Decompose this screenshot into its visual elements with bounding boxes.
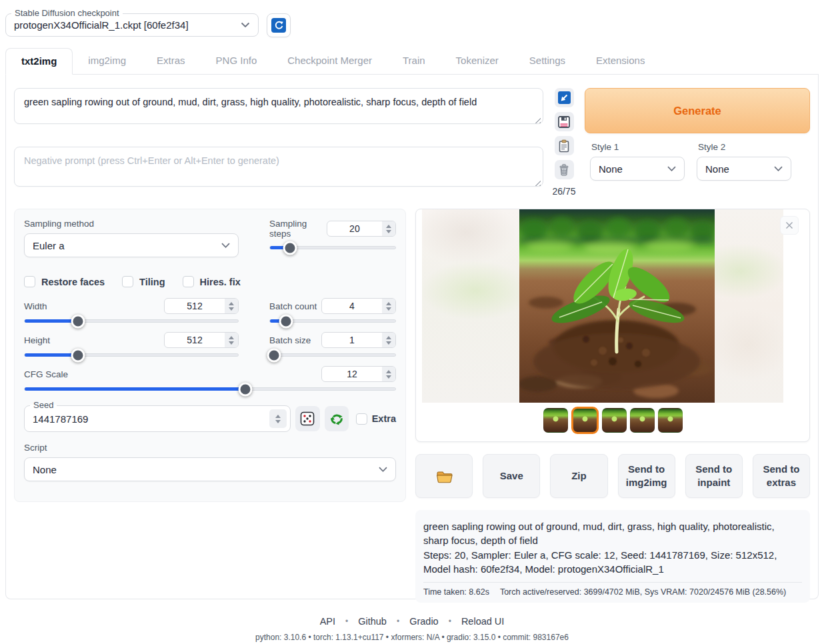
cfg-scale-label: CFG Scale <box>24 369 68 379</box>
height-input[interactable]: 512 <box>164 332 239 348</box>
close-gallery-button[interactable] <box>780 216 799 235</box>
script-dropdown[interactable]: None <box>24 457 396 481</box>
stepper-arrows[interactable] <box>225 333 238 347</box>
generate-button[interactable]: Generate <box>585 88 810 133</box>
seed-input[interactable]: Seed 1441787169 <box>24 405 291 432</box>
slider-knob[interactable] <box>71 314 85 328</box>
stepper-arrows[interactable] <box>269 409 287 428</box>
tiling-label: Tiling <box>139 277 165 287</box>
gallery-thumbnail-3[interactable] <box>602 408 627 433</box>
slider-knob[interactable] <box>267 348 281 362</box>
gallery-blur-right <box>705 209 783 403</box>
gallery-thumbnail-4[interactable] <box>630 408 655 433</box>
clear-prompt-button[interactable] <box>555 160 574 179</box>
slider-knob[interactable] <box>279 314 293 328</box>
time-taken-text: Time taken: 8.62s <box>423 587 489 597</box>
info-params-text: Steps: 20, Sampler: Euler a, CFG scale: … <box>423 548 802 577</box>
reuse-seed-button[interactable] <box>325 406 349 431</box>
footer-separator: • <box>397 617 399 626</box>
tab-img2img[interactable]: img2img <box>73 48 141 74</box>
save-style-button[interactable] <box>555 112 574 131</box>
height-slider[interactable] <box>24 353 239 357</box>
style1-value: None <box>599 163 623 175</box>
batch-count-slider[interactable] <box>269 319 396 323</box>
negative-prompt-input[interactable] <box>14 147 543 187</box>
tab-extras[interactable]: Extras <box>141 48 201 74</box>
send-to-inpaint-button[interactable]: Send to inpaint <box>685 454 743 498</box>
zip-button[interactable]: Zip <box>550 454 607 498</box>
style1-dropdown[interactable]: None <box>590 157 685 181</box>
hires-fix-checkbox[interactable] <box>183 276 194 287</box>
recycle-icon <box>329 411 344 426</box>
sampling-steps-input[interactable]: 20 <box>327 221 396 237</box>
random-seed-button[interactable] <box>295 406 320 431</box>
cfg-scale-slider[interactable] <box>24 387 396 391</box>
footer-link-reload-ui[interactable]: Reload UI <box>461 616 504 627</box>
footer-separator: • <box>345 617 348 626</box>
footer-link-github[interactable]: Github <box>358 616 387 627</box>
restore-faces-checkbox[interactable] <box>24 276 35 287</box>
restore-faces-label: Restore faces <box>41 277 105 287</box>
checkpoint-dropdown[interactable]: Stable Diffusion checkpoint protogenX34O… <box>5 13 259 37</box>
tiling-checkbox[interactable] <box>122 276 133 287</box>
batch-size-slider[interactable] <box>269 353 396 357</box>
generated-image[interactable] <box>519 209 715 403</box>
stepper-arrows[interactable] <box>382 333 395 347</box>
tab-png-info[interactable]: PNG Info <box>201 48 273 74</box>
generation-params-panel: Sampling method Euler a Sampling steps 2… <box>14 209 406 502</box>
token-counter: 26/75 <box>552 186 575 197</box>
footer-link-api[interactable]: API <box>320 616 335 627</box>
height-label: Height <box>24 335 50 345</box>
tab-extensions[interactable]: Extensions <box>581 48 660 74</box>
gallery-thumbnail-1[interactable] <box>543 408 568 433</box>
hires-fix-label: Hires. fix <box>200 277 241 287</box>
batch-size-input[interactable]: 1 <box>321 332 396 348</box>
chevron-down-icon <box>667 166 676 171</box>
tab-settings[interactable]: Settings <box>514 48 581 74</box>
prompt-input[interactable]: green sapling rowing out of ground, mud,… <box>14 88 543 124</box>
slider-knob[interactable] <box>238 382 252 396</box>
send-to-extras-button[interactable]: Send to extras <box>753 454 810 498</box>
style2-dropdown[interactable]: None <box>697 157 791 181</box>
tab-checkpoint-merger[interactable]: Checkpoint Merger <box>272 48 387 74</box>
chevron-down-icon <box>241 22 250 28</box>
sampling-method-dropdown[interactable]: Euler a <box>24 233 239 257</box>
sampling-method-value: Euler a <box>33 240 65 251</box>
slider-knob[interactable] <box>283 241 297 255</box>
refresh-checkpoint-button[interactable] <box>267 13 291 37</box>
stepper-arrows[interactable] <box>382 367 395 381</box>
info-prompt-text: green sapling rowing out of ground, mud,… <box>423 519 802 548</box>
generation-info-panel: green sapling rowing out of ground, mud,… <box>415 510 810 603</box>
checkpoint-value: protogenX34OfficialR_1.ckpt [60fe2f34] <box>14 19 189 31</box>
tab-txt2img[interactable]: txt2img <box>5 48 73 75</box>
cfg-scale-input[interactable]: 12 <box>321 366 396 382</box>
gallery-thumbnail-2-selected[interactable] <box>571 407 599 434</box>
width-input[interactable]: 512 <box>164 298 239 314</box>
batch-size-label: Batch size <box>269 335 311 345</box>
stepper-arrows[interactable] <box>225 299 238 313</box>
result-gallery <box>415 209 810 442</box>
footer-separator: • <box>449 617 451 626</box>
open-folder-button[interactable] <box>415 454 473 498</box>
batch-count-input[interactable]: 4 <box>321 298 396 314</box>
folder-icon <box>435 469 453 484</box>
tab-train[interactable]: Train <box>387 48 441 74</box>
send-to-img2img-button[interactable]: Send to img2img <box>618 454 675 498</box>
stepper-arrows[interactable] <box>382 221 395 236</box>
gallery-thumbnail-5[interactable] <box>658 408 683 433</box>
paste-params-button[interactable] <box>555 88 574 107</box>
apply-style-button[interactable] <box>555 136 574 155</box>
slider-knob[interactable] <box>71 348 85 362</box>
extra-seed-checkbox[interactable] <box>356 413 367 425</box>
style2-label: Style 2 <box>698 142 791 152</box>
stepper-arrows[interactable] <box>382 299 395 313</box>
script-value: None <box>33 464 57 475</box>
sampling-steps-slider[interactable] <box>269 246 396 249</box>
footer-link-gradio[interactable]: Gradio <box>409 616 439 627</box>
save-button[interactable]: Save <box>483 454 540 498</box>
width-slider[interactable] <box>24 319 239 323</box>
txt2img-panel: green sapling rowing out of ground, mud,… <box>5 75 819 599</box>
tab-tokenizer[interactable]: Tokenizer <box>441 48 514 74</box>
clipboard-icon <box>557 139 571 153</box>
sampling-steps-label: Sampling steps <box>269 219 327 239</box>
